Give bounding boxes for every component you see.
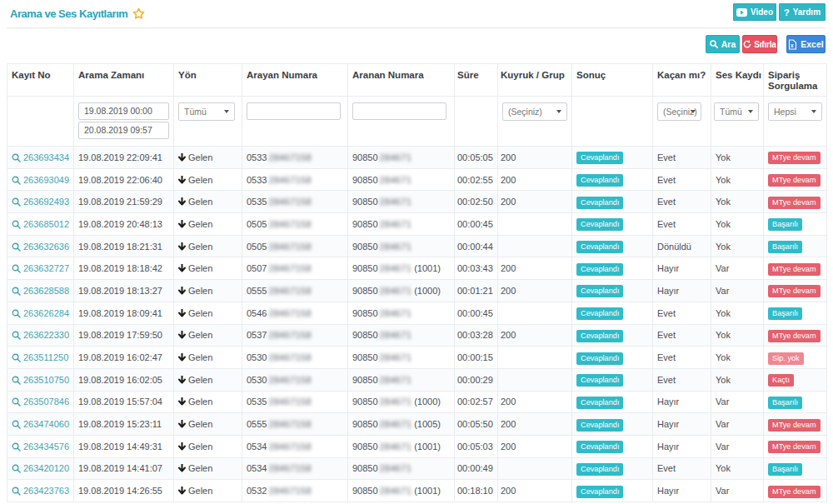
svg-text:x: x <box>791 42 794 48</box>
